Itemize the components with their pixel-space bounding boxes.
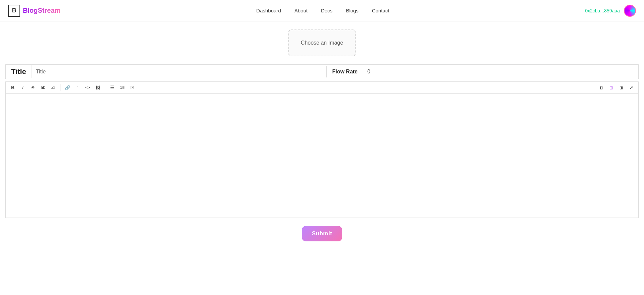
- main-content: Choose an Image Title Flow Rate B I S ab…: [0, 21, 644, 257]
- toolbar-ordered-list[interactable]: 1≡: [118, 83, 127, 92]
- toolbar-bold[interactable]: B: [8, 83, 17, 92]
- editor-write-pane[interactable]: [6, 94, 322, 218]
- image-upload-container: Choose an Image: [5, 30, 639, 56]
- toolbar-sep-2: [105, 84, 105, 91]
- wallet-address[interactable]: 0x2cba...859aaa: [585, 8, 620, 13]
- toolbar-strikethrough[interactable]: S: [29, 83, 37, 92]
- toolbar-view-split-left[interactable]: ◧: [597, 83, 605, 92]
- toolbar-sep-1: [60, 84, 60, 91]
- toolbar-code[interactable]: <>: [83, 83, 92, 92]
- editor-preview-pane: [322, 94, 639, 218]
- main-nav: Dashboard About Docs Blogs Contact: [256, 8, 389, 13]
- avatar[interactable]: [624, 5, 636, 17]
- image-upload-label: Choose an Image: [301, 40, 343, 46]
- toolbar-italic[interactable]: I: [18, 83, 27, 92]
- toolbar-unordered-list[interactable]: ☰: [108, 83, 117, 92]
- toolbar-image[interactable]: 🖼: [93, 83, 102, 92]
- editor-container: B I S ab x2 🔗 " <> 🖼 ☰ 1≡ ☑ ◧ ◫ ◨ ⤢: [5, 81, 639, 218]
- toolbar-task-list[interactable]: ☑: [128, 83, 137, 92]
- logo-icon: B: [8, 5, 20, 17]
- header: B BlogStream Dashboard About Docs Blogs …: [0, 0, 644, 21]
- nav-item-contact[interactable]: Contact: [372, 8, 389, 13]
- submit-container: Submit: [5, 218, 639, 249]
- title-input[interactable]: [32, 65, 327, 78]
- submit-button[interactable]: Submit: [302, 226, 342, 241]
- nav-item-docs[interactable]: Docs: [321, 8, 332, 13]
- flow-rate-label: Flow Rate: [326, 66, 363, 77]
- editor-area: [6, 94, 638, 218]
- nav-item-blogs[interactable]: Blogs: [346, 8, 359, 13]
- header-right: 0x2cba...859aaa: [585, 5, 636, 17]
- flow-rate-input[interactable]: [363, 65, 638, 78]
- title-label: Title: [6, 65, 32, 79]
- toolbar-blockquote[interactable]: ": [73, 83, 82, 92]
- toolbar-link[interactable]: 🔗: [63, 83, 72, 92]
- toolbar-view-split-right[interactable]: ◨: [617, 83, 626, 92]
- nav-item-dashboard[interactable]: Dashboard: [256, 8, 281, 13]
- logo-area: B BlogStream: [8, 5, 60, 17]
- toolbar-left: B I S ab x2 🔗 " <> 🖼 ☰ 1≡ ☑: [8, 83, 137, 92]
- toolbar-right: ◧ ◫ ◨ ⤢: [597, 83, 636, 92]
- fields-row: Title Flow Rate: [5, 64, 639, 79]
- toolbar-view-split[interactable]: ◫: [607, 83, 615, 92]
- image-upload-box[interactable]: Choose an Image: [288, 30, 356, 56]
- logo-text: BlogStream: [23, 7, 60, 14]
- toolbar-superscript[interactable]: x2: [49, 83, 57, 92]
- toolbar-fullscreen[interactable]: ⤢: [627, 83, 636, 92]
- nav-item-about[interactable]: About: [294, 8, 308, 13]
- editor-toolbar: B I S ab x2 🔗 " <> 🖼 ☰ 1≡ ☑ ◧ ◫ ◨ ⤢: [6, 82, 638, 94]
- toolbar-underline[interactable]: ab: [39, 83, 47, 92]
